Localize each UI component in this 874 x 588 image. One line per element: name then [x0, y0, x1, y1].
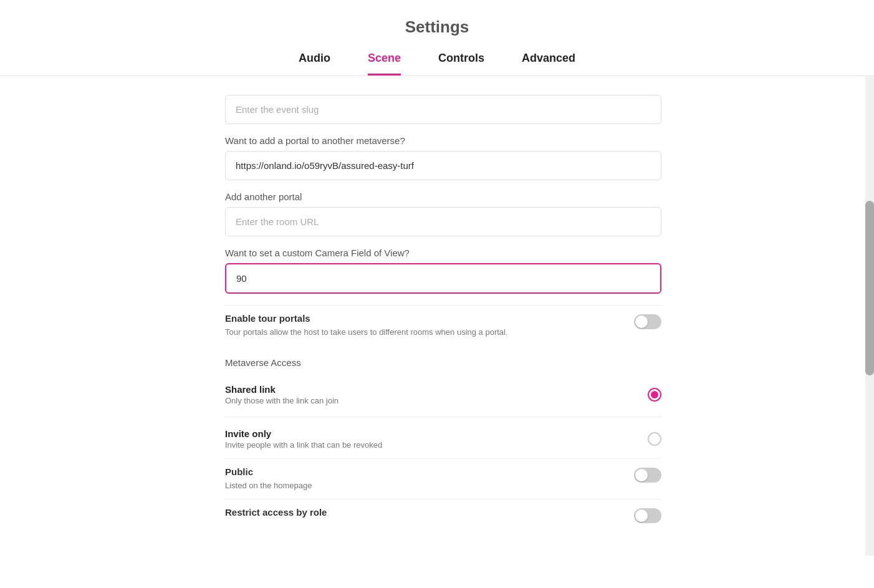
tab-audio[interactable]: Audio — [299, 52, 330, 75]
restrict-access-text: Restrict access by role — [225, 507, 624, 520]
invite-only-option[interactable]: Invite only Invite people with a link th… — [225, 420, 661, 458]
metaverse-access-label: Metaverse Access — [225, 357, 661, 368]
scrollbar-track — [865, 76, 874, 556]
event-slug-field — [225, 95, 661, 124]
tour-portals-title: Enable tour portals — [225, 313, 624, 324]
access-radio-group: Shared link Only those with the link can… — [225, 375, 661, 458]
portal-section: Want to add a portal to another metavers… — [225, 135, 661, 180]
content-area: Want to add a portal to another metavers… — [0, 76, 874, 556]
public-row: Public Listed on the homepage — [225, 458, 661, 499]
tab-advanced[interactable]: Advanced — [522, 52, 575, 75]
metaverse-access-section: Metaverse Access Shared link Only those … — [225, 357, 661, 458]
invite-only-desc: Invite people with a link that can be re… — [225, 440, 638, 450]
tour-portals-desc: Tour portals allow the host to take user… — [225, 326, 624, 339]
add-portal-section: Add another portal — [225, 191, 661, 236]
shared-link-text: Shared link Only those with the link can… — [225, 384, 638, 405]
public-text: Public Listed on the homepage — [225, 466, 624, 492]
shared-link-radio[interactable] — [648, 388, 661, 402]
shared-link-option[interactable]: Shared link Only those with the link can… — [225, 375, 661, 414]
scrollbar-thumb[interactable] — [865, 201, 874, 375]
restrict-access-toggle[interactable] — [634, 508, 661, 523]
shared-link-title: Shared link — [225, 384, 638, 395]
camera-fov-section: Want to set a custom Camera Field of Vie… — [225, 248, 661, 294]
public-title: Public — [225, 466, 624, 477]
event-slug-input[interactable] — [225, 95, 661, 124]
restrict-access-title: Restrict access by role — [225, 507, 624, 518]
tab-controls[interactable]: Controls — [438, 52, 484, 75]
restrict-access-row: Restrict access by role — [225, 499, 661, 531]
add-portal-label: Add another portal — [225, 191, 661, 202]
tabs-bar: Audio Scene Controls Advanced — [0, 52, 874, 75]
tour-portals-toggle[interactable] — [634, 314, 661, 329]
shared-link-desc: Only those with the link can join — [225, 396, 638, 405]
public-toggle[interactable] — [634, 468, 661, 483]
settings-panel: Want to add a portal to another metavers… — [225, 76, 661, 556]
tour-portals-text: Enable tour portals Tour portals allow t… — [225, 313, 624, 339]
tab-scene[interactable]: Scene — [368, 52, 401, 75]
invite-only-title: Invite only — [225, 428, 638, 439]
page-title: Settings — [0, 17, 874, 37]
camera-fov-label: Want to set a custom Camera Field of Vie… — [225, 248, 661, 258]
public-desc: Listed on the homepage — [225, 480, 624, 492]
divider-1 — [225, 417, 661, 417]
portal-url-input[interactable] — [225, 151, 661, 180]
invite-only-text: Invite only Invite people with a link th… — [225, 428, 638, 450]
header: Settings Audio Scene Controls Advanced — [0, 0, 874, 76]
tour-portals-row: Enable tour portals Tour portals allow t… — [225, 305, 661, 346]
camera-fov-input[interactable] — [225, 263, 661, 294]
room-url-input[interactable] — [225, 207, 661, 236]
portal-label: Want to add a portal to another metavers… — [225, 135, 661, 146]
page-wrapper: Settings Audio Scene Controls Advanced W… — [0, 0, 874, 588]
invite-only-radio[interactable] — [648, 432, 661, 446]
